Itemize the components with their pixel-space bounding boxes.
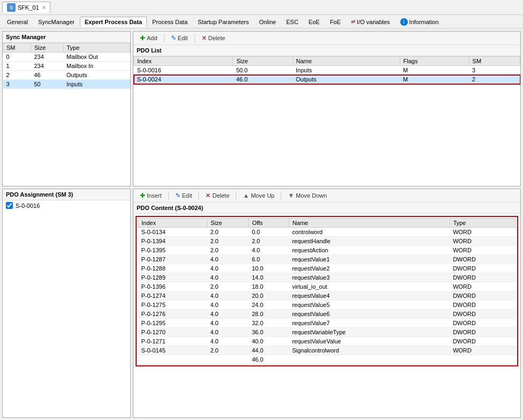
pdo-list-toolbar: ✚ Add ✎ Edit ✕ Delete xyxy=(133,32,520,45)
col-name: Name xyxy=(293,57,400,66)
table-row[interactable]: S-0-0016 50.0 Inputs M 3 xyxy=(134,66,520,75)
title-bar: S SFK_01 × xyxy=(0,0,523,15)
tab-process-data[interactable]: Process Data xyxy=(147,17,192,27)
table-row[interactable]: P-0-1288 4.0 10.0 requestValue2 DWORD xyxy=(138,264,516,273)
total-row: 46.0 xyxy=(138,355,516,364)
table-row[interactable]: P-0-1270 4.0 36.0 requestVariableType DW… xyxy=(138,328,516,337)
pdo-assignment-scroll[interactable]: S-0-0016 xyxy=(3,200,130,417)
table-row[interactable]: S-0-0145 2.0 44.0 Signalcontrolword WORD xyxy=(138,346,516,355)
table-row[interactable]: S-0-0024 46.0 Outputs M 2 xyxy=(134,75,520,84)
delete-button[interactable]: ✕ Delete xyxy=(198,33,229,43)
pdo-content-panel: ✚ Insert ✎ Edit ✕ Delete ▲ Move Up xyxy=(133,189,521,418)
tab-esc[interactable]: ESC xyxy=(281,17,303,27)
tab-foe[interactable]: FoE xyxy=(325,17,346,27)
insert-icon: ✚ xyxy=(140,192,145,199)
table-row[interactable]: P-0-1396 2.0 18.0 virtual_io_out WORD xyxy=(138,282,516,291)
tab-online[interactable]: Online xyxy=(254,17,281,27)
col-size: Size xyxy=(233,57,293,66)
bottom-row: PDO Assignment (SM 3) S-0-0016 ✚ Insert … xyxy=(2,189,521,418)
col-index: Index xyxy=(138,219,207,228)
col-size: Size xyxy=(207,219,248,228)
separator-2 xyxy=(195,34,195,42)
col-size: Size xyxy=(31,43,63,52)
separator-5 xyxy=(236,191,236,200)
sync-manager-table-scroll[interactable]: SM Size Type 0 234 Mailbox Out 1 234 Mai… xyxy=(3,43,130,186)
tab-general[interactable]: General xyxy=(2,17,33,27)
pdo-list-panel: ✚ Add ✎ Edit ✕ Delete PDO List xyxy=(133,31,521,186)
table-row[interactable]: P-0-1295 4.0 32.0 requestValue7 DWORD xyxy=(138,319,516,328)
table-row[interactable]: P-0-1275 4.0 24.0 requestValue5 DWORD xyxy=(138,301,516,310)
table-row[interactable]: P-0-1271 4.0 40.0 requestValueValue DWOR… xyxy=(138,337,516,346)
pdo-content-table: Index Size Offs Name Type S-0-0134 2.0 0… xyxy=(138,218,516,364)
pdo-list-table: Index Size Name Flags SM S-0-0016 50.0 I… xyxy=(133,56,520,84)
close-icon[interactable]: × xyxy=(42,5,46,11)
move-down-button[interactable]: ▼ Move Down xyxy=(285,191,330,200)
tab-information[interactable]: i Information xyxy=(395,16,444,27)
tab-expert-process-data[interactable]: Expert Process Data xyxy=(80,17,147,27)
menu-bar: General SyncManager Expert Process Data … xyxy=(0,15,523,29)
tab-syncmanager[interactable]: SyncManager xyxy=(33,17,79,27)
info-icon: i xyxy=(400,18,408,26)
table-row[interactable]: P-0-1274 4.0 20.0 requestValue4 DWORD xyxy=(138,291,516,301)
tab-io-variables[interactable]: ⇌ I/O variables xyxy=(346,17,395,27)
col-offs: Offs xyxy=(249,219,289,228)
edit-button[interactable]: ✎ Edit xyxy=(168,33,191,43)
table-row[interactable]: 2 46 Outputs xyxy=(3,71,130,80)
tab-eoe[interactable]: EoE xyxy=(304,17,325,27)
col-type: Type xyxy=(63,43,130,52)
list-item[interactable]: S-0-0016 xyxy=(3,200,130,211)
edit-icon: ✎ xyxy=(171,34,176,42)
assignment-checkbox[interactable] xyxy=(6,202,13,209)
io-icon: ⇌ xyxy=(351,19,355,25)
insert-button[interactable]: ✚ Insert xyxy=(137,191,165,200)
add-icon: ✚ xyxy=(140,34,145,42)
move-down-icon: ▼ xyxy=(288,192,294,199)
separator-3 xyxy=(168,191,169,200)
content-delete-icon: ✕ xyxy=(205,192,211,199)
content-edit-icon: ✎ xyxy=(175,192,181,199)
content-edit-button[interactable]: ✎ Edit xyxy=(172,191,196,200)
content-delete-button[interactable]: ✕ Delete xyxy=(202,191,233,200)
table-row[interactable]: S-0-0134 2.0 0.0 controlword WORD xyxy=(138,228,516,237)
pdo-assignment-panel: PDO Assignment (SM 3) S-0-0016 xyxy=(2,189,131,418)
pdo-content-toolbar: ✚ Insert ✎ Edit ✕ Delete ▲ Move Up xyxy=(133,189,520,202)
title-text: SFK_01 xyxy=(18,4,39,11)
col-index: Index xyxy=(134,57,233,66)
table-row[interactable]: P-0-1395 2.0 4.0 requestAction WORD xyxy=(138,246,516,255)
pdo-content-title: PDO Content (S-0-0024) xyxy=(133,202,520,214)
title-tab[interactable]: S SFK_01 × xyxy=(2,2,50,13)
pdo-content-red-border: Index Size Offs Name Type S-0-0134 2.0 0… xyxy=(136,216,518,366)
separator-6 xyxy=(281,191,281,200)
table-row[interactable]: P-0-1289 4.0 14.0 requestValue3 DWORD xyxy=(138,273,516,282)
table-row[interactable]: P-0-1276 4.0 28.0 requestValue6 DWORD xyxy=(138,310,516,319)
col-flags: Flags xyxy=(400,57,469,66)
col-name: Name xyxy=(289,219,450,228)
col-sm: SM xyxy=(3,43,31,52)
move-up-button[interactable]: ▲ Move Up xyxy=(240,191,278,200)
table-row[interactable]: 1 234 Mailbox In xyxy=(3,62,130,71)
sync-manager-table: SM Size Type 0 234 Mailbox Out 1 234 Mai… xyxy=(3,43,130,89)
pdo-content-scroll[interactable]: Index Size Offs Name Type S-0-0134 2.0 0… xyxy=(133,214,520,417)
pdo-list-title: PDO List xyxy=(133,45,520,56)
separator-1 xyxy=(164,34,165,42)
main-content: Sync Manager SM Size Type 0 234 Mailbox … xyxy=(0,29,523,420)
table-row[interactable]: 0 234 Mailbox Out xyxy=(3,52,130,62)
delete-icon: ✕ xyxy=(201,34,207,42)
table-row[interactable]: 3 50 Inputs xyxy=(3,80,130,89)
pdo-assignment-title: PDO Assignment (SM 3) xyxy=(3,189,130,200)
add-button[interactable]: ✚ Add xyxy=(137,33,161,43)
col-type: Type xyxy=(450,219,515,228)
top-row: Sync Manager SM Size Type 0 234 Mailbox … xyxy=(2,31,521,186)
sync-manager-panel: Sync Manager SM Size Type 0 234 Mailbox … xyxy=(2,31,131,186)
app-icon: S xyxy=(7,3,16,12)
separator-4 xyxy=(198,191,199,200)
sync-manager-title: Sync Manager xyxy=(3,32,130,43)
table-row[interactable]: P-0-1394 2.0 2.0 requestHandle WORD xyxy=(138,237,516,246)
tab-startup-parameters[interactable]: Startup Parameters xyxy=(193,17,253,27)
table-row[interactable]: P-0-1287 4.0 6.0 requestValue1 DWORD xyxy=(138,255,516,264)
move-up-icon: ▲ xyxy=(243,192,249,199)
pdo-list-table-scroll[interactable]: Index Size Name Flags SM S-0-0016 50.0 I… xyxy=(133,56,520,186)
col-sm: SM xyxy=(469,57,520,66)
